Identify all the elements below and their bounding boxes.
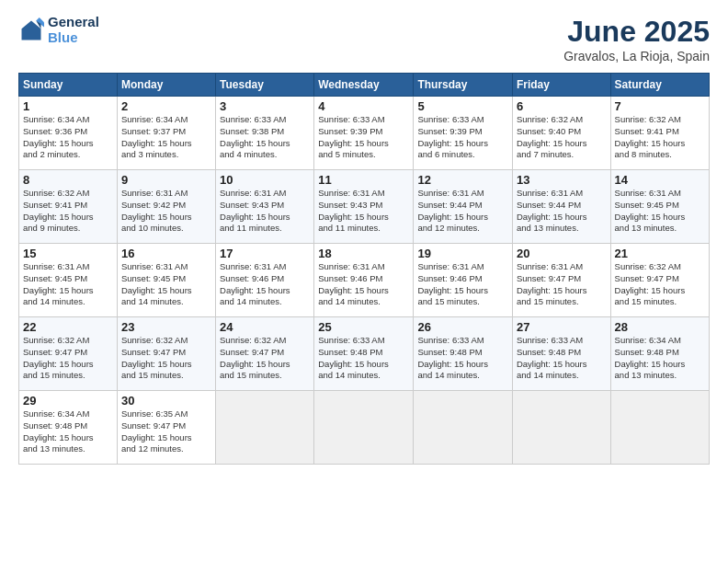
day-number: 2 — [121, 99, 211, 113]
day-info: Sunrise: 6:34 AM Sunset: 9:48 PM Dayligh… — [23, 408, 113, 455]
day-info: Sunrise: 6:31 AM Sunset: 9:46 PM Dayligh… — [318, 261, 409, 308]
weekday-sunday: Sunday — [19, 74, 118, 97]
calendar-cell: 17Sunrise: 6:31 AM Sunset: 9:46 PM Dayli… — [216, 244, 314, 317]
day-info: Sunrise: 6:31 AM Sunset: 9:43 PM Dayligh… — [220, 188, 310, 235]
day-info: Sunrise: 6:34 AM Sunset: 9:37 PM Dayligh… — [121, 114, 211, 161]
day-number: 8 — [23, 173, 113, 187]
day-number: 9 — [121, 173, 211, 187]
calendar-cell: 16Sunrise: 6:31 AM Sunset: 9:45 PM Dayli… — [117, 244, 215, 317]
calendar-week-row: 8Sunrise: 6:32 AM Sunset: 9:41 PM Daylig… — [19, 170, 710, 244]
weekday-thursday: Thursday — [414, 74, 513, 97]
day-number: 25 — [318, 320, 409, 334]
calendar-cell: 30Sunrise: 6:35 AM Sunset: 9:47 PM Dayli… — [117, 391, 215, 465]
calendar-cell: 2Sunrise: 6:34 AM Sunset: 9:37 PM Daylig… — [117, 97, 215, 170]
calendar-cell: 23Sunrise: 6:32 AM Sunset: 9:47 PM Dayli… — [117, 317, 215, 391]
calendar-cell: 4Sunrise: 6:33 AM Sunset: 9:39 PM Daylig… — [314, 97, 414, 170]
day-number: 30 — [121, 394, 211, 408]
calendar-cell — [610, 391, 709, 465]
day-info: Sunrise: 6:33 AM Sunset: 9:39 PM Dayligh… — [417, 114, 508, 161]
day-number: 29 — [23, 394, 113, 408]
calendar-week-row: 1Sunrise: 6:34 AM Sunset: 9:36 PM Daylig… — [19, 97, 710, 170]
calendar-cell: 3Sunrise: 6:33 AM Sunset: 9:38 PM Daylig… — [216, 97, 314, 170]
weekday-friday: Friday — [512, 74, 610, 97]
day-info: Sunrise: 6:35 AM Sunset: 9:47 PM Dayligh… — [121, 408, 211, 455]
calendar-cell: 14Sunrise: 6:31 AM Sunset: 9:45 PM Dayli… — [610, 170, 709, 244]
day-number: 22 — [23, 320, 113, 334]
calendar-cell — [216, 391, 314, 465]
day-info: Sunrise: 6:33 AM Sunset: 9:48 PM Dayligh… — [517, 335, 607, 382]
day-number: 13 — [517, 173, 607, 187]
calendar-cell: 29Sunrise: 6:34 AM Sunset: 9:48 PM Dayli… — [19, 391, 118, 465]
logo-icon — [18, 17, 44, 43]
day-number: 14 — [615, 173, 705, 187]
day-info: Sunrise: 6:34 AM Sunset: 9:36 PM Dayligh… — [23, 114, 113, 161]
day-number: 26 — [417, 320, 508, 334]
calendar-week-row: 22Sunrise: 6:32 AM Sunset: 9:47 PM Dayli… — [19, 317, 710, 391]
day-number: 21 — [615, 247, 705, 260]
calendar-cell: 24Sunrise: 6:32 AM Sunset: 9:47 PM Dayli… — [216, 317, 314, 391]
calendar-cell: 10Sunrise: 6:31 AM Sunset: 9:43 PM Dayli… — [216, 170, 314, 244]
calendar-cell: 20Sunrise: 6:31 AM Sunset: 9:47 PM Dayli… — [512, 244, 610, 317]
day-number: 17 — [220, 247, 310, 260]
day-number: 12 — [417, 173, 508, 187]
day-number: 7 — [615, 99, 705, 113]
location: Gravalos, La Rioja, Spain — [563, 49, 710, 63]
calendar-cell: 9Sunrise: 6:31 AM Sunset: 9:42 PM Daylig… — [117, 170, 215, 244]
day-info: Sunrise: 6:33 AM Sunset: 9:39 PM Dayligh… — [318, 114, 409, 161]
calendar-cell: 12Sunrise: 6:31 AM Sunset: 9:44 PM Dayli… — [414, 170, 513, 244]
day-number: 5 — [417, 99, 508, 113]
calendar-cell: 21Sunrise: 6:32 AM Sunset: 9:47 PM Dayli… — [610, 244, 709, 317]
day-info: Sunrise: 6:31 AM Sunset: 9:45 PM Dayligh… — [121, 261, 211, 308]
day-info: Sunrise: 6:33 AM Sunset: 9:38 PM Dayligh… — [220, 114, 310, 161]
calendar-cell: 6Sunrise: 6:32 AM Sunset: 9:40 PM Daylig… — [512, 97, 610, 170]
calendar-cell: 22Sunrise: 6:32 AM Sunset: 9:47 PM Dayli… — [19, 317, 118, 391]
calendar-cell: 27Sunrise: 6:33 AM Sunset: 9:48 PM Dayli… — [512, 317, 610, 391]
day-info: Sunrise: 6:32 AM Sunset: 9:47 PM Dayligh… — [220, 335, 310, 382]
day-number: 15 — [23, 247, 113, 260]
day-number: 3 — [220, 99, 310, 113]
calendar-week-row: 15Sunrise: 6:31 AM Sunset: 9:45 PM Dayli… — [19, 244, 710, 317]
day-number: 10 — [220, 173, 310, 187]
day-info: Sunrise: 6:31 AM Sunset: 9:44 PM Dayligh… — [517, 188, 607, 235]
day-number: 27 — [517, 320, 607, 334]
day-number: 4 — [318, 99, 409, 113]
day-info: Sunrise: 6:32 AM Sunset: 9:47 PM Dayligh… — [23, 335, 113, 382]
calendar-cell — [512, 391, 610, 465]
day-info: Sunrise: 6:32 AM Sunset: 9:47 PM Dayligh… — [615, 261, 705, 308]
header: General Blue June 2025 Gravalos, La Rioj… — [18, 15, 710, 63]
day-info: Sunrise: 6:32 AM Sunset: 9:47 PM Dayligh… — [121, 335, 211, 382]
calendar-cell: 1Sunrise: 6:34 AM Sunset: 9:36 PM Daylig… — [19, 97, 118, 170]
calendar-cell: 8Sunrise: 6:32 AM Sunset: 9:41 PM Daylig… — [19, 170, 118, 244]
calendar-week-row: 29Sunrise: 6:34 AM Sunset: 9:48 PM Dayli… — [19, 391, 710, 465]
calendar-cell: 26Sunrise: 6:33 AM Sunset: 9:48 PM Dayli… — [414, 317, 513, 391]
day-number: 23 — [121, 320, 211, 334]
day-number: 1 — [23, 99, 113, 113]
calendar-cell: 11Sunrise: 6:31 AM Sunset: 9:43 PM Dayli… — [314, 170, 414, 244]
calendar-cell — [414, 391, 513, 465]
weekday-monday: Monday — [117, 74, 215, 97]
calendar-cell: 7Sunrise: 6:32 AM Sunset: 9:41 PM Daylig… — [610, 97, 709, 170]
day-info: Sunrise: 6:31 AM Sunset: 9:46 PM Dayligh… — [417, 261, 508, 308]
weekday-header-row: SundayMondayTuesdayWednesdayThursdayFrid… — [19, 74, 710, 97]
day-info: Sunrise: 6:31 AM Sunset: 9:44 PM Dayligh… — [417, 188, 508, 235]
day-info: Sunrise: 6:31 AM Sunset: 9:45 PM Dayligh… — [23, 261, 113, 308]
calendar-cell: 13Sunrise: 6:31 AM Sunset: 9:44 PM Dayli… — [512, 170, 610, 244]
month-title: June 2025 — [563, 15, 710, 49]
day-number: 19 — [417, 247, 508, 260]
day-number: 6 — [517, 99, 607, 113]
day-info: Sunrise: 6:32 AM Sunset: 9:41 PM Dayligh… — [23, 188, 113, 235]
day-number: 16 — [121, 247, 211, 260]
weekday-tuesday: Tuesday — [216, 74, 314, 97]
calendar-cell: 18Sunrise: 6:31 AM Sunset: 9:46 PM Dayli… — [314, 244, 414, 317]
day-info: Sunrise: 6:31 AM Sunset: 9:43 PM Dayligh… — [318, 188, 409, 235]
calendar-cell: 25Sunrise: 6:33 AM Sunset: 9:48 PM Dayli… — [314, 317, 414, 391]
calendar-table: SundayMondayTuesdayWednesdayThursdayFrid… — [18, 73, 710, 465]
day-info: Sunrise: 6:32 AM Sunset: 9:41 PM Dayligh… — [615, 114, 705, 161]
day-info: Sunrise: 6:31 AM Sunset: 9:47 PM Dayligh… — [517, 261, 607, 308]
title-block: June 2025 Gravalos, La Rioja, Spain — [563, 15, 710, 63]
day-info: Sunrise: 6:31 AM Sunset: 9:46 PM Dayligh… — [220, 261, 310, 308]
calendar-cell: 19Sunrise: 6:31 AM Sunset: 9:46 PM Dayli… — [414, 244, 513, 317]
day-number: 28 — [615, 320, 705, 334]
day-number: 11 — [318, 173, 409, 187]
day-info: Sunrise: 6:34 AM Sunset: 9:48 PM Dayligh… — [615, 335, 705, 382]
